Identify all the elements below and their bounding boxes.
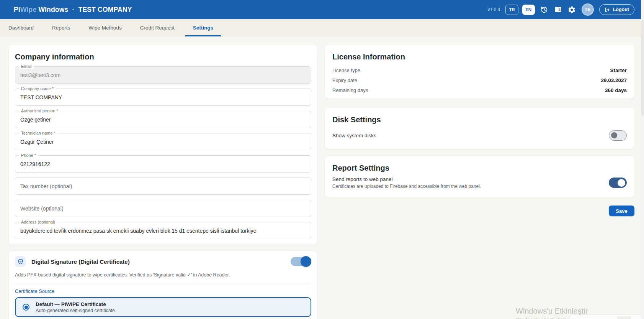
send-reports-description: Certificates are uploaded to Firebase an…: [332, 184, 481, 189]
email-field-label: Email: [19, 64, 34, 69]
vertical-scrollbar[interactable]: [641, 0, 644, 319]
send-reports-label: Send reports to web panel: [332, 176, 481, 182]
digital-signature-card: Digital Signature (Digital Certificate) …: [9, 251, 317, 319]
logout-button[interactable]: Logout: [599, 4, 634, 15]
remaining-days-value: 360 days: [605, 87, 627, 94]
address-field[interactable]: Address (optional): [15, 222, 311, 239]
email-input[interactable]: [15, 67, 311, 83]
certificate-source-label: Certificate Source: [15, 288, 311, 294]
expiry-date-row: Expiry date 29.03.2027: [332, 77, 627, 84]
digital-signature-toggle[interactable]: [291, 256, 311, 267]
navbar-actions: v1.0.4 TR EN TE: [488, 0, 634, 19]
history-icon[interactable]: [540, 5, 549, 14]
brand-separator: ·: [72, 6, 75, 14]
digital-signature-title: Digital Signature (Digital Certificate): [31, 258, 130, 265]
website-input[interactable]: [15, 200, 311, 217]
send-reports-row: Send reports to web panel Certificates a…: [332, 176, 627, 189]
company-name-field-label: Company name *: [19, 86, 56, 91]
scrollbar-thumb[interactable]: [641, 20, 644, 116]
authorized-person-field-label: Authorized person *: [19, 109, 60, 113]
top-navbar: PiWipe Windows · TEST COMPANY v1.0.4 TR …: [0, 0, 641, 19]
expiry-date-value: 29.03.2027: [601, 77, 627, 84]
license-information-title: License Information: [332, 53, 627, 61]
company-name-field[interactable]: Company name *: [15, 89, 311, 106]
show-system-disks-label: Show system disks: [332, 133, 376, 138]
address-input[interactable]: [15, 222, 311, 239]
certificate-option-subtitle: Auto-generated self-signed certificate: [36, 308, 115, 313]
watermark-line1: Windows'u Etkinleştir: [516, 307, 588, 316]
app-window: PiWipe Windows · TEST COMPANY v1.0.4 TR …: [0, 0, 644, 319]
app-brand: PiWipe Windows · TEST COMPANY: [14, 6, 132, 14]
report-settings-title: Report Settings: [332, 164, 627, 173]
toggle-knob: [611, 132, 617, 138]
radio-selected-icon[interactable]: [23, 304, 29, 311]
address-field-label: Address (optional): [19, 220, 57, 225]
language-tr-button[interactable]: TR: [505, 5, 518, 15]
expiry-date-label: Expiry date: [332, 77, 357, 84]
license-type-label: License type: [332, 67, 360, 74]
remaining-days-label: Remaining days: [332, 87, 368, 94]
tab-wipe-methods[interactable]: Wipe Methods: [81, 19, 129, 36]
company-information-form: Email Company name * Authorized person *…: [15, 66, 311, 239]
license-type-value: Starter: [610, 67, 627, 74]
website-field[interactable]: [15, 200, 311, 217]
avatar[interactable]: TE: [582, 3, 594, 16]
app-version: v1.0.4: [488, 7, 500, 12]
company-name-input[interactable]: [15, 89, 311, 105]
toggle-knob: [618, 179, 625, 187]
report-settings-card: Report Settings Send reports to web pane…: [325, 156, 634, 197]
language-en-button[interactable]: EN: [522, 5, 535, 15]
partially-visible-popup: [569, 315, 643, 319]
disk-settings-card: Disk Settings Show system disks: [325, 108, 634, 149]
book-icon[interactable]: [554, 5, 562, 14]
tab-settings[interactable]: Settings: [185, 19, 221, 36]
tab-credit-request[interactable]: Credit Request: [132, 19, 182, 36]
digital-signature-header: Digital Signature (Digital Certificate): [15, 256, 311, 267]
phone-input[interactable]: [15, 156, 311, 172]
main-tabs: Dashboard Reports Wipe Methods Credit Re…: [0, 19, 641, 36]
license-type-row: License type Starter: [332, 67, 627, 74]
certificate-option-title: Default — PIWIPE Certificate: [36, 301, 115, 307]
company-information-title: Company information: [15, 53, 311, 61]
email-field[interactable]: Email: [15, 66, 311, 84]
logout-label: Logout: [613, 7, 629, 12]
send-reports-toggle[interactable]: [609, 178, 627, 188]
authorized-person-field[interactable]: Authorized person *: [15, 111, 311, 128]
remaining-days-row: Remaining days 360 days: [332, 87, 627, 94]
popup-button-fragment: [617, 316, 631, 319]
certificate-source-option-default[interactable]: Default — PIWIPE Certificate Auto-genera…: [15, 297, 311, 317]
phone-field-label: Phone *: [19, 153, 38, 158]
logout-arrow-icon: [605, 7, 610, 13]
disk-settings-title: Disk Settings: [332, 115, 627, 124]
show-system-disks-row: Show system disks: [332, 130, 627, 141]
license-information-card: License Information License type Starter…: [325, 45, 634, 99]
save-button[interactable]: Save: [609, 206, 634, 216]
license-rows: License type Starter Expiry date 29.03.2…: [332, 67, 627, 94]
technician-name-field[interactable]: Technician name *: [15, 133, 311, 150]
tax-number-input[interactable]: [15, 178, 311, 194]
digital-signature-description: Adds PFX-based digital signature to wipe…: [15, 272, 311, 278]
phone-field[interactable]: Phone *: [15, 155, 311, 173]
technician-name-field-label: Technician name *: [19, 131, 57, 136]
company-name-title: TEST COMPANY: [78, 6, 132, 14]
tab-reports[interactable]: Reports: [44, 19, 78, 36]
brand-title: PiWipe Windows: [14, 6, 69, 14]
toggle-knob: [301, 256, 311, 267]
divider: [15, 283, 311, 283]
technician-name-input[interactable]: [15, 133, 311, 150]
show-system-disks-toggle[interactable]: [609, 130, 627, 141]
tab-dashboard[interactable]: Dashboard: [1, 19, 41, 36]
company-information-card: Company information Email Company name *…: [9, 45, 317, 245]
authorized-person-input[interactable]: [15, 111, 311, 128]
tax-number-field[interactable]: [15, 178, 311, 195]
gear-icon[interactable]: [568, 5, 576, 14]
shield-check-icon: [15, 256, 26, 267]
